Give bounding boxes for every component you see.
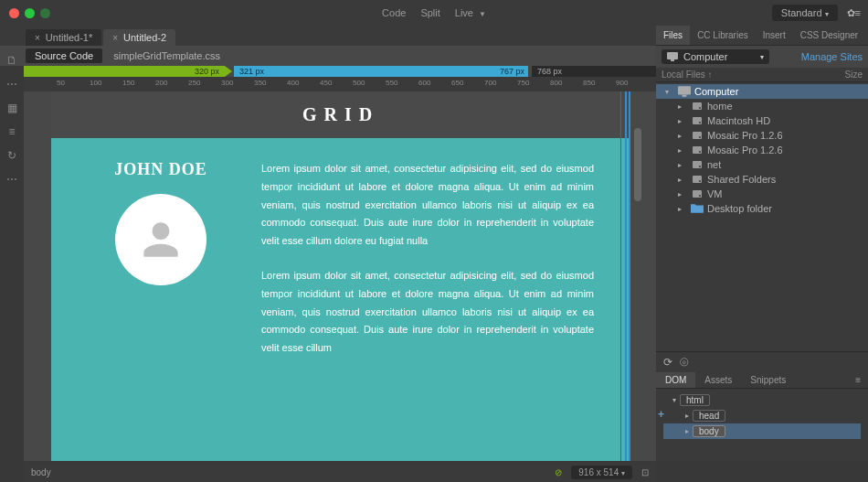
disclosure-arrow-icon[interactable]: ▸	[678, 176, 687, 184]
svg-point-13	[699, 166, 701, 167]
files-header: Computer ▾ Manage Sites	[656, 46, 868, 68]
manage-sites-link[interactable]: Manage Sites	[801, 51, 863, 62]
panel-tab-cclibraries[interactable]: CC Libraries	[690, 30, 756, 40]
document-canvas-area: 320 px 321 px 767 px 768 px 501001502002…	[24, 66, 656, 461]
left-toolbar: 🗋 ⋯ ▦ ≡ ↻ ⋯	[0, 46, 24, 187]
workspace-switcher[interactable]: Standard ▾	[772, 5, 838, 21]
svg-point-15	[699, 180, 701, 182]
dom-tab-dom[interactable]: DOM	[656, 372, 695, 388]
close-icon[interactable]: ×	[35, 33, 40, 43]
ruler-tick: 400	[287, 79, 299, 87]
disclosure-arrow-icon[interactable]: ▸	[678, 132, 687, 140]
ruler-tick: 650	[451, 79, 463, 87]
file-tree-row[interactable]: ▸Mosaic Pro 1.2.6	[656, 143, 868, 157]
disclosure-arrow-icon[interactable]: ▾	[672, 396, 676, 404]
sync-ok-icon[interactable]: ⊘	[555, 467, 562, 477]
ruler: 5010015020025030035040045050055060065070…	[24, 77, 656, 91]
panel-tab-files[interactable]: Files	[656, 26, 690, 45]
eye-icon[interactable]: ⦾	[680, 356, 689, 369]
code-navigator-icon[interactable]: ⋯	[5, 77, 19, 91]
avatar	[115, 194, 206, 285]
media-query-segment[interactable]: 321 px 767 px	[234, 66, 528, 77]
dom-tree-row[interactable]: ▸head	[663, 408, 861, 423]
column-size[interactable]: Size	[845, 70, 863, 80]
panel-menu-icon[interactable]: ≡	[846, 372, 868, 388]
disclosure-arrow-icon[interactable]: ▸	[678, 102, 687, 111]
tool-icon[interactable]: ↻	[5, 148, 19, 163]
disclosure-arrow-icon[interactable]: ▾	[665, 88, 674, 96]
disclosure-arrow-icon[interactable]: ▸	[685, 427, 689, 435]
panel-tabs: Files CC Libraries Insert CSS Designer	[656, 26, 868, 46]
view-mode-switcher: Code Split Live▼	[382, 7, 486, 18]
ruler-tick: 450	[320, 79, 332, 87]
disclosure-arrow-icon[interactable]: ▸	[678, 190, 687, 198]
dom-tree-row[interactable]: ▸body	[663, 423, 861, 439]
chevron-down-icon[interactable]: ▼	[479, 10, 486, 18]
svg-point-7	[699, 122, 701, 123]
media-query-segment[interactable]: 320 px	[24, 66, 225, 77]
device-preview-icon[interactable]: ⊡	[641, 467, 649, 477]
dom-tab-assets[interactable]: Assets	[695, 372, 741, 388]
document-tab[interactable]: × Untitled-1*	[26, 29, 101, 46]
media-query-bar[interactable]: 320 px 321 px 767 px 768 px	[24, 66, 656, 77]
disclosure-arrow-icon[interactable]: ▸	[678, 146, 687, 155]
site-selector[interactable]: Computer ▾	[662, 49, 769, 64]
ruler-tick: 300	[221, 79, 233, 87]
related-file[interactable]: simpleGridTemplate.css	[113, 50, 220, 61]
file-tree-label: Mosaic Pro 1.2.6	[707, 145, 783, 155]
close-icon[interactable]: ×	[112, 33, 118, 43]
ruler-tick: 850	[583, 79, 595, 87]
maximize-window-icon[interactable]	[40, 8, 50, 18]
add-element-button[interactable]: +	[658, 408, 664, 421]
tool-icon[interactable]: ≡	[5, 124, 19, 139]
file-tree-row[interactable]: ▾Computer	[656, 84, 868, 99]
file-tree-label: Mosaic Pro 1.2.6	[707, 130, 783, 141]
dom-tag-label: head	[693, 410, 725, 422]
viewport-size[interactable]: 916 x 514 ▾	[571, 466, 632, 479]
tag-breadcrumb[interactable]: body	[31, 467, 51, 477]
view-mode-code[interactable]: Code	[382, 7, 406, 18]
file-tree-label: home	[707, 101, 733, 112]
dom-tag-label: body	[693, 425, 725, 437]
gear-icon[interactable]: ✿≡	[847, 7, 861, 19]
ruler-tick: 50	[57, 79, 65, 87]
dom-panel-tabs: DOM Assets Snippets ≡	[656, 372, 868, 389]
source-code-button[interactable]: Source Code	[26, 48, 102, 63]
workspace-area: Standard ▾ ✿≡	[772, 5, 861, 21]
disclosure-arrow-icon[interactable]: ▸	[678, 161, 687, 169]
dom-tree-row[interactable]: ▾html	[663, 392, 861, 408]
status-bar: body ⊘ 916 x 514 ▾ ⊡	[24, 462, 656, 482]
canvas-viewport[interactable]: GRID JOHN DOE Lorem ipsum dolor sit amet…	[51, 91, 645, 461]
column-local-files[interactable]: Local Files ↑	[662, 70, 713, 80]
view-mode-split[interactable]: Split	[420, 7, 439, 18]
file-tree-row[interactable]: ▸Mosaic Pro 1.2.6	[656, 128, 868, 143]
panel-tab-insert[interactable]: Insert	[756, 30, 793, 40]
file-management-icon[interactable]: 🗋	[5, 53, 19, 68]
monitor-icon	[667, 52, 678, 61]
close-window-icon[interactable]	[9, 8, 19, 18]
file-tree-row[interactable]: ▸VM	[656, 187, 868, 201]
file-tree-row[interactable]: ▸net	[656, 157, 868, 172]
tool-icon[interactable]: ▦	[5, 101, 19, 115]
more-tools-icon[interactable]: ⋯	[5, 172, 19, 187]
disclosure-arrow-icon[interactable]: ▸	[678, 205, 687, 213]
dom-tab-snippets[interactable]: Snippets	[741, 372, 795, 388]
disclosure-arrow-icon[interactable]: ▸	[685, 412, 689, 420]
svg-rect-0	[667, 52, 678, 59]
dom-tag-label: html	[680, 394, 710, 406]
media-query-segment[interactable]: 768 px	[532, 66, 656, 77]
refresh-icon[interactable]: ⟳	[663, 356, 672, 369]
scrollbar[interactable]	[634, 128, 641, 201]
disclosure-arrow-icon[interactable]: ▸	[678, 117, 687, 125]
svg-rect-2	[678, 86, 691, 94]
file-tree-row[interactable]: ▸Desktop folder	[656, 201, 868, 216]
file-tree-row[interactable]: ▸home	[656, 99, 868, 113]
file-tree-row[interactable]: ▸Macintosh HD	[656, 113, 868, 128]
minimize-window-icon[interactable]	[25, 8, 35, 18]
rendered-page[interactable]: GRID JOHN DOE Lorem ipsum dolor sit amet…	[51, 91, 630, 461]
view-mode-live[interactable]: Live▼	[455, 7, 486, 18]
panel-tab-cssdesigner[interactable]: CSS Designer	[793, 30, 865, 40]
document-tab[interactable]: × Untitled-2	[103, 29, 175, 46]
svg-rect-1	[671, 59, 674, 61]
file-tree-row[interactable]: ▸Shared Folders	[656, 172, 868, 187]
